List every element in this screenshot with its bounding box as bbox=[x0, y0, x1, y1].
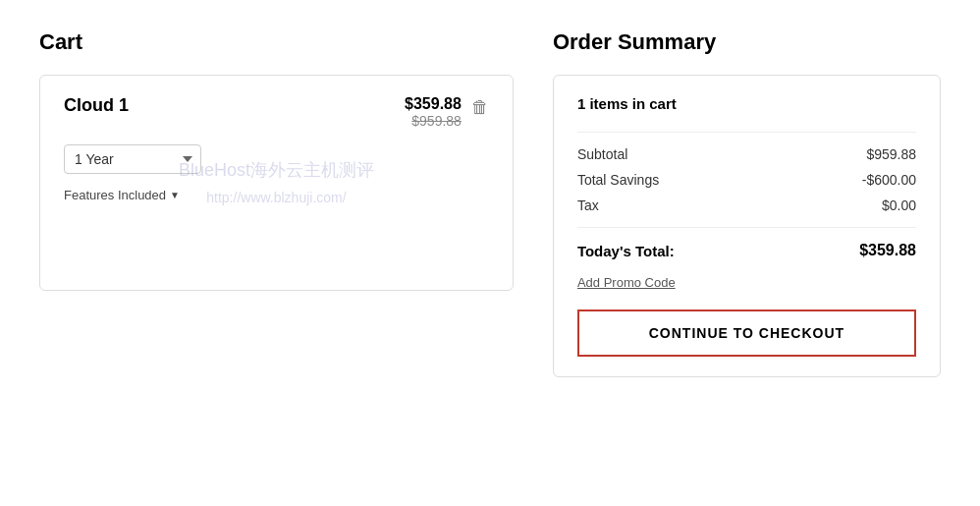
tax-line: Tax $0.00 bbox=[577, 197, 916, 213]
page-layout: Cart BlueHost海外云主机测评 http://www.blzhuji.… bbox=[39, 29, 941, 377]
billing-select-wrapper: 1 Year 2 Years 3 Years bbox=[64, 144, 489, 174]
savings-value: -$600.00 bbox=[862, 172, 916, 188]
checkout-button[interactable]: CONTINUE TO CHECKOUT bbox=[577, 309, 916, 357]
subtotal-value: $959.88 bbox=[866, 146, 916, 162]
order-summary-card: 1 items in cart Subtotal $959.88 Total S… bbox=[553, 75, 941, 377]
cart-section: Cart BlueHost海外云主机测评 http://www.blzhuji.… bbox=[39, 29, 514, 291]
total-value: $359.88 bbox=[859, 242, 916, 259]
cart-item-pricing: $359.88 $959.88 🗑 bbox=[405, 95, 489, 129]
cart-item-name: Cloud 1 bbox=[64, 95, 129, 116]
subtotal-label: Subtotal bbox=[577, 146, 627, 162]
savings-line: Total Savings -$600.00 bbox=[577, 172, 916, 188]
order-summary-title: Order Summary bbox=[553, 29, 941, 55]
price-original: $959.88 bbox=[411, 113, 462, 129]
order-summary-section: Order Summary 1 items in cart Subtotal $… bbox=[553, 29, 941, 377]
order-total-line: Today's Total: $359.88 bbox=[577, 242, 916, 259]
total-label: Today's Total: bbox=[577, 243, 675, 259]
subtotal-line: Subtotal $959.88 bbox=[577, 146, 916, 162]
cart-card: BlueHost海外云主机测评 http://www.blzhuji.com/ … bbox=[39, 75, 514, 291]
tax-value: $0.00 bbox=[882, 197, 916, 213]
features-included-label: Features Included bbox=[64, 188, 166, 202]
promo-code-link[interactable]: Add Promo Code bbox=[577, 275, 916, 290]
features-chevron-icon: ▼ bbox=[170, 190, 180, 200]
price-current: $359.88 bbox=[405, 95, 462, 113]
divider-top bbox=[577, 132, 916, 133]
cart-item-prices: $359.88 $959.88 bbox=[405, 95, 462, 129]
tax-label: Tax bbox=[577, 197, 599, 213]
cart-item-header: Cloud 1 $359.88 $959.88 🗑 bbox=[64, 95, 489, 129]
divider-bottom bbox=[577, 227, 916, 228]
trash-icon[interactable]: 🗑 bbox=[471, 97, 489, 118]
cart-title: Cart bbox=[39, 29, 514, 55]
billing-period-select[interactable]: 1 Year 2 Years 3 Years bbox=[64, 144, 201, 174]
savings-label: Total Savings bbox=[577, 172, 659, 188]
features-included-toggle[interactable]: Features Included ▼ bbox=[64, 188, 489, 202]
cart-count: 1 items in cart bbox=[577, 95, 916, 112]
